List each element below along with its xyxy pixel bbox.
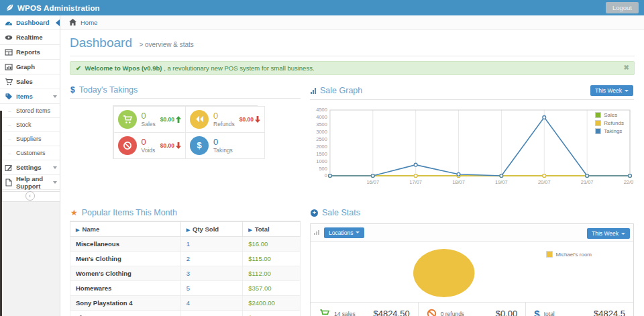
- popular-items-panel: ★ Popular Items This Month ▶Name▶Qty Sol…: [70, 206, 301, 316]
- cart-icon: [5, 78, 13, 86]
- main-content: Home Dashboard > overview & stats ✔ Welc…: [60, 15, 644, 316]
- tile-amount: $0.00: [160, 116, 181, 123]
- legend-swatch: [546, 251, 553, 258]
- column-header[interactable]: ▶Name: [70, 222, 181, 237]
- svg-text:17/07: 17/07: [409, 179, 422, 185]
- file-icon: [5, 178, 13, 187]
- items-submenu: Stored Items Stock Suppliers Customers: [0, 104, 60, 160]
- takings-tile-sales: 0Sales$0.00: [113, 106, 186, 133]
- sidebar-minify-bar: ‹: [0, 191, 60, 202]
- check-icon: ✔: [76, 64, 81, 72]
- sale-graph-period-button[interactable]: This Week: [590, 85, 633, 96]
- sidebar-menu: Dashboard Realtime Reports Graph: [0, 15, 60, 202]
- takings-tiles: 0Sales$0.000Refunds$0.000Voids$0.00$0Tak…: [113, 105, 258, 159]
- sidebar-item-items[interactable]: Items: [0, 89, 60, 104]
- sort-icon: ▶: [248, 227, 252, 232]
- total-stat: $ total $4824.5: [525, 303, 633, 316]
- caret-down-icon: [356, 231, 360, 233]
- line-chart-legend: SalesRefundsTakings: [593, 111, 626, 136]
- legend-swatch: [595, 128, 601, 134]
- table-row[interactable]: Men's Clothing2$115.00: [70, 252, 301, 266]
- sales-icon: [118, 110, 137, 129]
- top-header-bar: WPOS Administration Logout: [0, 0, 644, 15]
- svg-text:1000: 1000: [316, 158, 327, 164]
- dollar-icon: $: [534, 308, 539, 316]
- popular-items-header: ★ Popular Items This Month: [70, 206, 301, 221]
- tag-icon: [5, 93, 13, 101]
- breadcrumb: Home: [60, 15, 644, 30]
- sidebar-item-graph[interactable]: Graph: [0, 60, 60, 74]
- app-brand: WPOS Administration: [5, 3, 100, 12]
- sidebar-item-suppliers[interactable]: Suppliers: [0, 132, 60, 146]
- tile-amount: $0.00: [160, 142, 181, 149]
- tile-label: Sales: [142, 121, 156, 127]
- legend-swatch: [595, 112, 601, 118]
- sidebar-collapse-button[interactable]: ‹: [25, 191, 35, 201]
- alert-strong-text: Welcome to Wpos (v0.9b): [85, 64, 162, 72]
- table-icon: [5, 48, 13, 56]
- legend-swatch: [595, 120, 601, 126]
- table-row[interactable]: Sony Playstation 44$2400.00: [70, 296, 301, 311]
- svg-text:21/07: 21/07: [581, 179, 594, 185]
- arrow-down-icon: [255, 116, 260, 123]
- sale-stats-header: + Sale Stats: [310, 206, 634, 219]
- svg-text:1500: 1500: [316, 151, 327, 157]
- sidebar-item-dashboard[interactable]: Dashboard: [0, 15, 60, 30]
- svg-text:2500: 2500: [316, 136, 327, 142]
- sidebar-item-sales[interactable]: Sales: [0, 74, 60, 89]
- locations-button[interactable]: Locations: [324, 227, 364, 238]
- table-row[interactable]: Miscellaneous1$16.00: [70, 237, 301, 252]
- svg-text:2000: 2000: [316, 144, 327, 150]
- sidebar-item-reports[interactable]: Reports: [0, 45, 60, 60]
- takings-tile-refunds: 0Refunds$0.00: [185, 106, 265, 133]
- logout-button[interactable]: Logout: [606, 2, 639, 13]
- dashboard-icon: [5, 19, 13, 27]
- welcome-alert: ✔ Welcome to Wpos (v0.9b) , a revolution…: [70, 61, 635, 75]
- home-icon[interactable]: [69, 19, 76, 25]
- voids-icon: [118, 136, 137, 155]
- svg-text:18/07: 18/07: [452, 179, 465, 185]
- sale-stats-period-button[interactable]: This Week: [587, 228, 630, 239]
- takings-tile-voids: 0Voids$0.00: [113, 132, 186, 159]
- leaf-logo-icon: [5, 3, 14, 12]
- sort-icon: ▶: [186, 227, 190, 232]
- sidebar-item-help-support[interactable]: Help and Support: [0, 175, 60, 190]
- plus-circle-icon: +: [311, 209, 318, 217]
- sidebar-item-settings[interactable]: Settings: [0, 160, 60, 175]
- takings-tile-takings: $0Takings: [185, 132, 265, 159]
- sidebar-item-stock[interactable]: Stock: [0, 118, 60, 132]
- sidebar-item-realtime[interactable]: Realtime: [0, 30, 60, 45]
- caret-down-icon: [625, 90, 629, 92]
- line-chart: 05001000150020002500300035004000450016/0…: [310, 105, 634, 190]
- pie-chart: Michael's room: [311, 242, 633, 302]
- table-row[interactable]: Homewares5$357.00: [70, 281, 301, 296]
- bar-chart-icon: [311, 88, 316, 94]
- close-icon[interactable]: ✖: [624, 64, 629, 71]
- table-row[interactable]: Women's Clothing3$112.00: [70, 266, 301, 281]
- sidebar-item-stored-items[interactable]: Stored Items: [0, 104, 60, 118]
- column-header[interactable]: ▶Total: [243, 222, 301, 237]
- breadcrumb-home[interactable]: Home: [80, 19, 97, 26]
- pie-chart-legend: Michael's room: [546, 251, 592, 258]
- sidebar-dark-rail: [0, 111, 2, 316]
- chevron-down-icon: [53, 95, 57, 98]
- page-header: Dashboard > overview & stats: [60, 30, 644, 56]
- legend-item: Takings: [595, 128, 624, 134]
- takings-icon: $: [190, 136, 209, 155]
- refunds-icon: [190, 110, 209, 129]
- table-row[interactable]: Xbox1$10.00: [70, 311, 301, 316]
- svg-text:0: 0: [325, 172, 327, 178]
- sidebar: Dashboard Realtime Reports Graph: [0, 15, 60, 316]
- sale-stats-panel: + Sale Stats Locations This Week: [310, 206, 634, 316]
- sidebar-item-customers[interactable]: Customers: [0, 146, 60, 160]
- svg-text:500: 500: [319, 166, 327, 172]
- sale-stats-toolbar: Locations This Week: [311, 224, 633, 242]
- pie-slice: [413, 249, 474, 297]
- app-title: WPOS Administration: [17, 4, 100, 12]
- title-divider: [70, 56, 635, 56]
- sale-graph-header: Sale Graph This Week: [310, 83, 634, 100]
- column-header[interactable]: ▶Qty Sold: [180, 222, 243, 237]
- svg-text:3500: 3500: [316, 121, 327, 127]
- ban-icon: [427, 309, 437, 316]
- tile-label: Takings: [213, 147, 233, 154]
